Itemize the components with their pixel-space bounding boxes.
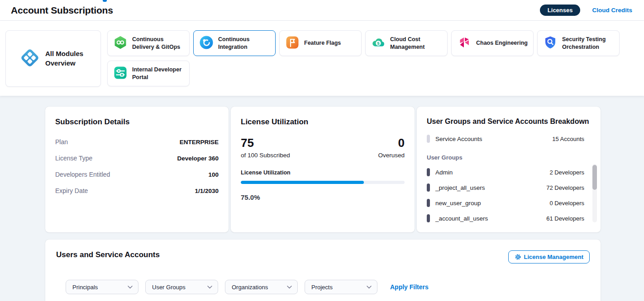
users-section-title: Users and Service Accounts	[56, 250, 160, 259]
user-group-count: 61 Developers	[546, 215, 591, 222]
license-utilization-title: License Utilization	[241, 118, 405, 127]
page-header: Account Subscriptions Licenses Cloud Cre…	[0, 0, 644, 21]
detail-row-developers-entitled: Developers Entitled 100	[55, 166, 219, 183]
module-card-cloud-cost[interactable]: $ Cloud Cost Management	[365, 30, 448, 56]
ci-module-icon	[199, 35, 214, 52]
utilization-progress-fill	[241, 181, 364, 184]
overused-count: 0	[378, 136, 405, 150]
header-tabs: Licenses Cloud Credits	[540, 5, 632, 16]
security-module-icon	[543, 35, 558, 52]
utilization-percent-label: 75.0%	[241, 193, 405, 201]
organizations-filter-dropdown[interactable]: Organizations	[225, 280, 298, 294]
chevron-down-icon	[287, 286, 292, 289]
used-stat: 75 of 100 Subscribed	[241, 136, 290, 159]
feature-flags-module-icon	[285, 35, 300, 52]
license-management-button[interactable]: License Management	[508, 250, 590, 263]
module-card-continuous-integration[interactable]: Continuous Integration	[193, 30, 276, 56]
user-group-pill-icon	[427, 183, 430, 192]
user-group-name: new_user_group	[435, 200, 481, 207]
user-group-pill-icon	[427, 168, 430, 176]
account-subscriptions-page: Account Subscriptions Licenses Cloud Cre…	[0, 0, 644, 301]
filters-row: Principals User Groups Organizations	[66, 280, 590, 294]
module-card-cd-gitops[interactable]: Continuous Delivery & GitOps	[107, 30, 190, 56]
principals-filter-dropdown[interactable]: Principals	[66, 280, 138, 294]
summary-cards-row: Subscription Details Plan ENTERPRISE Lic…	[45, 107, 644, 232]
truncated-icon-fragment	[103, 0, 107, 2]
user-group-row-project-all-users: _project_all_users 72 Developers	[427, 180, 591, 195]
user-group-name: _account_all_users	[435, 215, 488, 222]
service-accounts-count: 15 Accounts	[552, 136, 591, 142]
user-group-name: Admin	[435, 169, 453, 176]
chaos-module-icon	[457, 35, 472, 52]
service-accounts-row: Service Accounts 15 Accounts	[427, 131, 591, 146]
modules-strip: All Modules Overview Continuous Delivery…	[0, 21, 644, 96]
chevron-down-icon	[207, 286, 212, 289]
user-group-pill-icon	[427, 214, 430, 222]
utilization-progress-track	[241, 181, 405, 184]
license-management-label: License Management	[524, 254, 584, 260]
subscription-details-title: Subscription Details	[55, 118, 219, 127]
license-utilization-stats: 75 of 100 Subscribed 0 Overused	[241, 136, 405, 159]
overused-stat: 0 Overused	[378, 136, 405, 159]
dropdown-label: Projects	[311, 284, 333, 291]
used-subtext: of 100 Subscribed	[241, 152, 290, 159]
dropdown-label: Principals	[72, 284, 98, 291]
user-groups-filter-dropdown[interactable]: User Groups	[145, 280, 218, 294]
detail-label: Plan	[55, 138, 68, 146]
chevron-down-icon	[367, 286, 372, 289]
overused-label: Overused	[378, 152, 405, 159]
subscription-details-rows: Plan ENTERPRISE License Type Developer 3…	[55, 134, 219, 199]
user-group-row-new-user-group: new_user_group 0 Developers	[427, 195, 591, 211]
users-and-service-accounts-card: Users and Service Accounts License Manag…	[45, 240, 601, 301]
breakdown-card: User Groups and Service Accounts Breakdo…	[417, 107, 601, 232]
module-label: Internal Developer Portal	[132, 66, 186, 81]
dropdown-label: Organizations	[232, 284, 268, 291]
apply-filters-link[interactable]: Apply Filters	[390, 283, 429, 291]
user-group-count: 0 Developers	[549, 200, 591, 207]
subscription-details-card: Subscription Details Plan ENTERPRISE Lic…	[45, 107, 229, 232]
module-card-internal-developer-portal[interactable]: Internal Developer Portal	[107, 61, 190, 86]
chevron-down-icon	[128, 286, 133, 289]
user-groups-scrollbar	[592, 164, 597, 222]
modules-grid: Continuous Delivery & GitOps Continuous …	[107, 30, 620, 86]
idp-module-icon	[113, 66, 128, 82]
detail-row-plan: Plan ENTERPRISE	[55, 134, 219, 150]
scrollbar-thumb[interactable]	[592, 165, 597, 190]
cd-gitops-module-icon	[113, 35, 128, 52]
user-group-pill-icon	[427, 199, 430, 207]
projects-filter-dropdown[interactable]: Projects	[305, 280, 377, 294]
detail-value: 1/1/2030	[195, 188, 219, 194]
module-card-feature-flags[interactable]: Feature Flags	[279, 30, 362, 56]
detail-value: 100	[208, 171, 219, 178]
all-modules-overview-label: All Modules Overview	[45, 49, 87, 68]
detail-label: Developers Entitled	[55, 171, 110, 178]
module-card-chaos-engineering[interactable]: Chaos Engineering	[451, 30, 534, 56]
page-title: Account Subscriptions	[11, 5, 113, 16]
cloud-cost-module-icon: $	[371, 35, 386, 52]
detail-row-license-type: License Type Developer 360	[55, 150, 219, 166]
tab-licenses[interactable]: Licenses	[540, 5, 581, 16]
all-modules-icon	[19, 47, 40, 70]
tab-cloud-credits[interactable]: Cloud Credits	[592, 7, 632, 14]
user-group-row-account-all-users: _account_all_users 61 Developers	[427, 211, 591, 226]
detail-row-expiry-date: Expiry Date 1/1/2030	[55, 183, 219, 199]
utilization-bar-label: License Utilization	[241, 169, 405, 176]
module-card-security-testing[interactable]: Security Testing Orchestration	[537, 30, 620, 56]
users-section-header: Users and Service Accounts License Manag…	[56, 250, 590, 263]
detail-label: Expiry Date	[55, 187, 88, 194]
module-label: Feature Flags	[304, 39, 341, 47]
user-groups-list: Admin 2 Developers _project_all_users 72…	[427, 165, 591, 226]
service-accounts-pill-icon	[427, 135, 430, 143]
all-modules-overview-card[interactable]: All Modules Overview	[5, 30, 101, 87]
svg-text:$: $	[377, 41, 380, 46]
gear-icon	[515, 254, 521, 260]
breakdown-title: User Groups and Service Accounts Breakdo…	[427, 118, 591, 126]
user-group-row-admin: Admin 2 Developers	[427, 165, 591, 180]
module-label: Cloud Cost Management	[390, 36, 444, 51]
detail-label: License Type	[55, 155, 92, 162]
detail-value: Developer 360	[177, 155, 219, 162]
detail-value: ENTERPRISE	[180, 139, 219, 146]
main-content: Subscription Details Plan ENTERPRISE Lic…	[0, 96, 644, 301]
module-label: Continuous Delivery & GitOps	[132, 36, 186, 51]
used-count: 75	[241, 136, 290, 150]
